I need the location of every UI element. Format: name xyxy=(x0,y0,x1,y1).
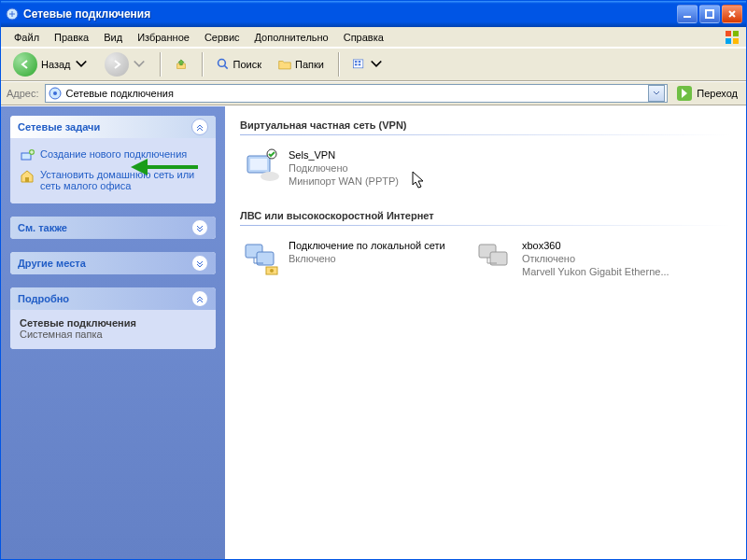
menubar: Файл Правка Вид Избранное Сервис Дополни… xyxy=(1,27,746,48)
titlebar: Сетевые подключения xyxy=(1,1,746,27)
views-button[interactable] xyxy=(346,50,389,78)
connection-name: xbox360 xyxy=(522,239,669,252)
search-label: Поиск xyxy=(233,59,261,70)
back-button[interactable]: Назад xyxy=(7,50,94,78)
panel-header[interactable]: Другие места xyxy=(10,252,216,274)
svg-rect-12 xyxy=(359,63,361,65)
panel-header[interactable]: См. также xyxy=(10,217,216,239)
windows-flag-icon xyxy=(724,29,740,48)
svg-rect-10 xyxy=(359,61,361,63)
maximize-button[interactable] xyxy=(699,5,720,23)
connection-device: Marvell Yukon Gigabit Etherne... xyxy=(522,265,669,278)
go-button[interactable]: Переход xyxy=(671,84,742,103)
svg-rect-9 xyxy=(355,61,358,63)
svg-point-7 xyxy=(218,60,225,67)
chevron-down-icon[interactable] xyxy=(75,58,88,71)
panel-title: Сетевые задачи xyxy=(18,121,100,133)
content-area: Виртуальная частная сеть (VPN) Sels_VPN … xyxy=(225,106,746,559)
svg-point-14 xyxy=(53,91,57,95)
svg-rect-4 xyxy=(733,31,739,36)
task-create-new-connection[interactable]: Создание нового подключения xyxy=(20,146,206,166)
search-button[interactable]: Поиск xyxy=(210,50,268,78)
window-title: Сетевые подключения xyxy=(23,7,677,21)
new-connection-icon xyxy=(20,148,35,163)
connection-item[interactable]: xbox360 Отключено Marvell Yukon Gigabit … xyxy=(473,235,688,282)
panel-title: См. также xyxy=(18,222,67,233)
panel-header[interactable]: Подробно xyxy=(10,287,216,310)
expand-icon[interactable] xyxy=(191,255,208,272)
address-label: Адрес: xyxy=(5,88,45,99)
panel-title: Другие места xyxy=(18,258,86,269)
menu-favorites[interactable]: Избранное xyxy=(130,30,197,45)
address-bar: Адрес: Сетевые подключения Переход xyxy=(1,81,746,105)
panel-other-places: Другие места xyxy=(10,252,216,274)
task-label: Установить домашнюю сеть или сеть малого… xyxy=(40,169,206,191)
details-name: Сетевые подключения xyxy=(20,317,206,329)
address-combo[interactable]: Сетевые подключения xyxy=(45,84,669,103)
toolbar: Назад Поиск Папки xyxy=(1,48,746,81)
body: Сетевые задачи Создание нового подключен… xyxy=(1,105,746,559)
svg-point-26 xyxy=(270,269,274,273)
forward-button[interactable] xyxy=(98,50,152,78)
up-button[interactable] xyxy=(168,50,194,78)
network-connections-icon xyxy=(48,86,63,101)
folders-button[interactable]: Папки xyxy=(272,50,331,78)
panel-details: Подробно Сетевые подключения Системная п… xyxy=(10,287,216,349)
panel-header[interactable]: Сетевые задачи xyxy=(10,116,216,138)
chevron-down-icon[interactable] xyxy=(370,58,383,71)
svg-rect-2 xyxy=(706,10,713,18)
task-label: Создание нового подключения xyxy=(40,148,187,160)
folders-label: Папки xyxy=(295,59,324,70)
sidebar: Сетевые задачи Создание нового подключен… xyxy=(1,106,225,559)
menu-view[interactable]: Вид xyxy=(96,30,130,45)
address-value: Сетевые подключения xyxy=(66,88,649,99)
menu-file[interactable]: Файл xyxy=(7,30,47,45)
svg-rect-3 xyxy=(726,31,731,36)
close-button[interactable] xyxy=(722,5,742,23)
chevron-down-icon[interactable] xyxy=(133,58,146,71)
svg-rect-6 xyxy=(733,38,739,44)
svg-rect-18 xyxy=(25,177,29,182)
menu-tools[interactable]: Сервис xyxy=(197,30,247,45)
svg-rect-16 xyxy=(21,153,31,160)
network-connections-icon xyxy=(5,7,20,21)
home-network-icon xyxy=(20,169,35,184)
panel-see-also: См. также xyxy=(10,217,216,239)
group-header-vpn: Виртуальная частная сеть (VPN) xyxy=(240,116,731,134)
lan-connection-icon xyxy=(244,239,281,276)
connection-item[interactable]: Sels_VPN Подключено Минипорт WAN (PPTP) xyxy=(240,145,455,191)
svg-rect-20 xyxy=(250,159,267,170)
vpn-connection-icon xyxy=(244,148,281,186)
go-label: Переход xyxy=(697,88,738,99)
menu-edit[interactable]: Правка xyxy=(47,30,96,45)
svg-rect-5 xyxy=(726,38,731,44)
connection-item[interactable]: Подключение по локальной сети Включено xyxy=(240,235,455,282)
collapse-icon[interactable] xyxy=(191,290,208,307)
group-header-lan: ЛВС или высокоскоростной Интернет xyxy=(240,206,731,225)
panel-network-tasks: Сетевые задачи Создание нового подключен… xyxy=(10,116,216,203)
connection-status: Подключено xyxy=(289,161,399,175)
connection-name: Sels_VPN xyxy=(289,148,399,161)
window: Сетевые подключения Файл Правка Вид Избр… xyxy=(0,0,747,560)
collapse-icon[interactable] xyxy=(191,119,208,135)
panel-title: Подробно xyxy=(18,293,69,304)
connection-device: Минипорт WAN (PPTP) xyxy=(289,175,399,188)
svg-rect-1 xyxy=(684,16,691,18)
svg-point-21 xyxy=(261,172,279,181)
menu-help[interactable]: Справка xyxy=(336,30,391,45)
expand-icon[interactable] xyxy=(191,219,208,236)
connection-status: Включено xyxy=(289,252,445,265)
task-setup-home-network[interactable]: Установить домашнюю сеть или сеть малого… xyxy=(20,166,206,194)
back-label: Назад xyxy=(41,59,71,70)
connection-status: Отключено xyxy=(522,252,669,265)
details-type: Системная папка xyxy=(20,329,206,340)
minimize-button[interactable] xyxy=(677,5,698,23)
svg-rect-11 xyxy=(355,63,358,65)
menu-advanced[interactable]: Дополнительно xyxy=(247,30,336,45)
connection-name: Подключение по локальной сети xyxy=(289,239,445,252)
lan-connection-disabled-icon xyxy=(477,239,514,276)
address-dropdown-button[interactable] xyxy=(648,85,665,102)
